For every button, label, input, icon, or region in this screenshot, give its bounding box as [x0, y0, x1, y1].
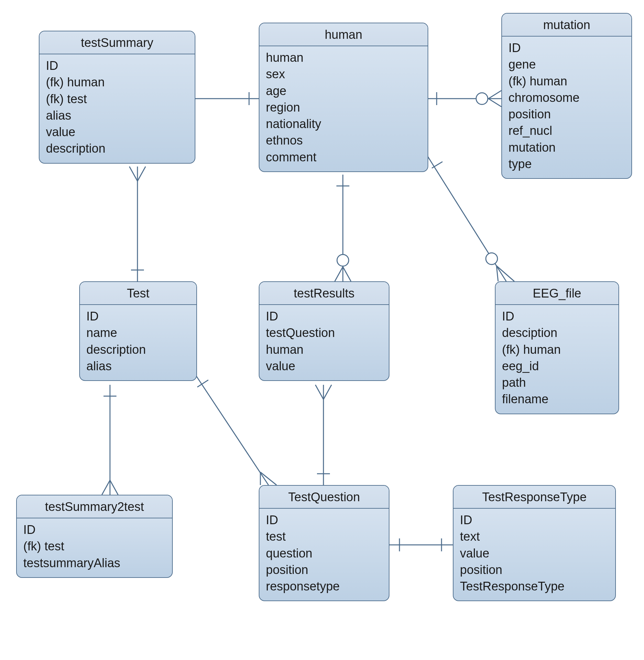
svg-line-7: [497, 266, 498, 281]
field: human: [266, 341, 382, 358]
field: region: [266, 99, 421, 116]
rel-human-EEGfile: [427, 155, 506, 281]
entity-TestQuestion: TestQuestion ID test question position r…: [259, 485, 389, 601]
entity-mutation: mutation ID gene (fk) human chromosome p…: [501, 13, 632, 179]
entity-title: Test: [80, 282, 196, 305]
entity-EEG_file: EEG_file ID desciption (fk) human eeg_id…: [495, 281, 619, 414]
field: nationality: [266, 116, 421, 132]
entity-title: TestResponseType: [454, 486, 615, 509]
svg-line-19: [197, 380, 208, 387]
svg-line-15: [137, 167, 145, 181]
entity-fields: ID text value position TestResponseType: [454, 509, 615, 600]
field: type: [508, 156, 625, 172]
field: mutation: [508, 139, 625, 156]
field: position: [508, 106, 625, 122]
field: position: [460, 562, 609, 578]
field: text: [460, 528, 609, 545]
entity-title: testSummary: [40, 31, 195, 54]
svg-line-4: [488, 99, 501, 107]
field: eeg_id: [502, 358, 612, 375]
field: description: [46, 140, 188, 157]
field: alias: [46, 108, 188, 124]
entity-title: testResults: [259, 282, 389, 305]
field: TestResponseType: [460, 578, 609, 595]
svg-point-6: [486, 253, 498, 264]
field: (fk) human: [502, 341, 612, 358]
entity-testResults: testResults ID testQuestion human value: [259, 281, 389, 381]
svg-line-5: [432, 162, 442, 168]
svg-line-11: [335, 267, 343, 281]
field: ID: [266, 308, 382, 325]
field: (fk) test: [46, 91, 188, 108]
entity-fields: ID (fk) test testsummaryAlias: [17, 518, 172, 577]
field: gene: [508, 56, 625, 73]
svg-line-14: [130, 167, 137, 181]
svg-line-21: [260, 472, 277, 485]
field: (fk) test: [23, 538, 166, 555]
field: name: [86, 325, 190, 341]
entity-title: mutation: [502, 14, 631, 37]
svg-point-2: [476, 93, 488, 104]
field: chromosome: [508, 90, 625, 106]
svg-line-3: [488, 91, 501, 99]
entity-fields: ID desciption (fk) human eeg_id path fil…: [496, 305, 618, 414]
entity-fields: human sex age region nationality ethnos …: [259, 46, 428, 171]
field: ID: [46, 57, 188, 74]
entity-human: human human sex age region nationality e…: [259, 23, 428, 172]
entity-fields: ID test question position responsetype: [259, 509, 389, 600]
field: description: [86, 341, 190, 358]
entity-title: testSummary2test: [17, 495, 172, 518]
entity-fields: ID name description alias: [80, 305, 196, 380]
field: human: [266, 49, 421, 66]
field: responsetype: [266, 578, 382, 595]
field: ID: [508, 40, 625, 56]
field: alias: [86, 358, 190, 375]
er-diagram-canvas: testSummary ID (fk) human (fk) test alia…: [0, 0, 644, 660]
field: value: [460, 545, 609, 562]
svg-line-23: [315, 385, 323, 399]
svg-point-10: [337, 255, 349, 266]
svg-line-24: [323, 385, 331, 399]
entity-testSummary: testSummary ID (fk) human (fk) test alia…: [39, 31, 196, 164]
entity-TestResponseType: TestResponseType ID text value position …: [453, 485, 616, 601]
field: filename: [502, 391, 612, 407]
field: (fk) human: [46, 74, 188, 91]
entity-title: human: [259, 23, 428, 46]
field: value: [46, 124, 188, 140]
svg-line-18: [110, 480, 118, 495]
field: ID: [502, 308, 612, 325]
field: sex: [266, 66, 421, 82]
field: ID: [460, 512, 609, 528]
field: testQuestion: [266, 325, 382, 341]
entity-Test: Test ID name description alias: [79, 281, 197, 381]
field: position: [266, 562, 382, 578]
svg-line-8: [497, 266, 514, 281]
entity-title: TestQuestion: [259, 486, 389, 509]
field: comment: [266, 149, 421, 166]
field: ID: [23, 522, 166, 538]
field: value: [266, 358, 382, 375]
svg-line-17: [102, 480, 110, 495]
field: path: [502, 375, 612, 391]
field: (fk) human: [508, 73, 625, 90]
field: test: [266, 528, 382, 545]
entity-fields: ID (fk) human (fk) test alias value desc…: [40, 54, 195, 163]
entity-title: EEG_file: [496, 282, 618, 305]
field: desciption: [502, 325, 612, 341]
rel-Test-TestQuestion: [196, 375, 269, 485]
entity-fields: ID testQuestion human value: [259, 305, 389, 380]
field: ethnos: [266, 132, 421, 149]
field: ref_nucl: [508, 122, 625, 139]
field: question: [266, 545, 382, 562]
field: ID: [266, 512, 382, 528]
entity-testSummary2test: testSummary2test ID (fk) test testsummar…: [16, 495, 173, 578]
entity-fields: ID gene (fk) human chromosome position r…: [502, 37, 631, 178]
svg-line-12: [343, 267, 351, 281]
field: testsummaryAlias: [23, 555, 166, 571]
field: age: [266, 83, 421, 99]
field: ID: [86, 308, 190, 325]
